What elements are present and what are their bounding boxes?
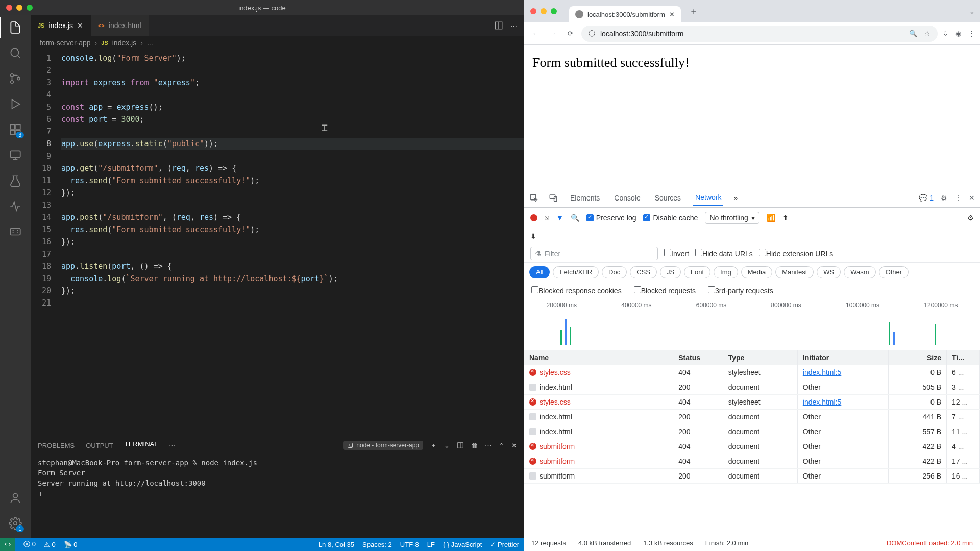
waterfall-overview[interactable]: 200000 ms400000 ms600000 ms800000 ms1000… <box>524 299 980 350</box>
zoom-icon[interactable]: 🔍 <box>909 30 917 37</box>
col-status[interactable]: Status <box>673 350 723 365</box>
filter-pill-other[interactable]: Other <box>879 266 909 278</box>
network-row[interactable]: submitform 200 document Other 256 B 16 .… <box>524 469 980 484</box>
language-mode[interactable]: { } JavaScript <box>443 541 482 548</box>
ports-icon[interactable] <box>8 224 22 239</box>
hide-data-urls-checkbox[interactable]: Hide data URLs <box>695 249 753 258</box>
panel-tab-problems[interactable]: PROBLEMS <box>38 442 75 449</box>
encoding[interactable]: UTF-8 <box>400 541 419 548</box>
filter-pill-img[interactable]: Img <box>714 266 738 278</box>
prettier-status[interactable]: ✓ Prettier <box>490 541 519 548</box>
panel-tab-terminal[interactable]: TERMINAL <box>125 440 158 450</box>
minimize-window-button[interactable] <box>16 5 22 11</box>
breadcrumb-file[interactable]: index.js <box>112 39 136 47</box>
testing-icon[interactable] <box>8 173 22 188</box>
cell-initiator[interactable]: Other <box>798 454 889 468</box>
clear-icon[interactable]: ⦸ <box>545 213 549 222</box>
filter-pill-all[interactable]: All <box>529 266 550 278</box>
inspect-icon[interactable] <box>529 193 538 203</box>
new-terminal-icon[interactable]: ＋ <box>430 441 437 450</box>
tabs-dropdown-icon[interactable]: ⌄ <box>964 8 980 15</box>
accounts-icon[interactable] <box>8 491 22 505</box>
new-tab-button[interactable]: ＋ <box>685 3 702 19</box>
bookmarks-icon[interactable] <box>8 199 22 213</box>
forward-button[interactable]: → <box>547 30 559 37</box>
more-tabs-icon[interactable]: » <box>733 194 738 202</box>
invert-checkbox[interactable]: Invert <box>664 249 689 258</box>
close-window-button[interactable] <box>530 8 536 14</box>
blocked-cookies-checkbox[interactable]: Blocked response cookies <box>531 286 622 295</box>
ports-count[interactable]: 📡 0 <box>64 541 78 548</box>
tab-index-js[interactable]: JS index.js ✕ <box>31 15 91 36</box>
explorer-icon[interactable] <box>8 20 22 35</box>
filter-pill-fetch/xhr[interactable]: Fetch/XHR <box>553 266 599 278</box>
network-conditions-icon[interactable]: 📶 <box>767 214 775 222</box>
search-icon[interactable]: 🔍 <box>571 214 579 222</box>
download-icon[interactable]: ⇩ <box>943 30 948 37</box>
disable-cache-checkbox[interactable]: Disable cache <box>643 214 698 222</box>
site-info-icon[interactable]: ⓘ <box>589 29 595 38</box>
settings-icon[interactable]: ⚙ <box>941 194 947 202</box>
col-type[interactable]: Type <box>723 350 798 365</box>
network-row[interactable]: index.html 200 document Other 441 B 7 ..… <box>524 410 980 424</box>
kill-terminal-icon[interactable]: 🗑 <box>471 442 478 449</box>
split-editor-icon[interactable] <box>494 21 503 30</box>
filter-pill-js[interactable]: JS <box>660 266 681 278</box>
device-toggle-icon[interactable] <box>549 193 558 203</box>
minimize-window-button[interactable] <box>541 8 547 14</box>
split-terminal-icon[interactable] <box>457 442 464 449</box>
eol[interactable]: LF <box>427 541 435 548</box>
table-header[interactable]: Name Status Type Initiator Size Ti... <box>524 350 980 365</box>
breadcrumb-root[interactable]: form-server-app <box>40 39 91 47</box>
cell-initiator[interactable]: Other <box>798 424 889 439</box>
tab-elements[interactable]: Elements <box>568 190 602 206</box>
close-tab-icon[interactable]: ✕ <box>669 11 675 18</box>
maximize-window-button[interactable] <box>27 5 33 11</box>
filter-pill-manifest[interactable]: Manifest <box>775 266 814 278</box>
import-har-icon[interactable]: ⬆ <box>782 214 789 222</box>
cell-initiator[interactable]: Other <box>798 410 889 424</box>
warnings-count[interactable]: ⚠ 0 <box>44 541 56 548</box>
close-panel-icon[interactable]: ✕ <box>511 442 517 449</box>
remote-explorer-icon[interactable] <box>8 148 22 162</box>
indentation[interactable]: Spaces: 2 <box>362 541 392 548</box>
filter-pill-font[interactable]: Font <box>684 266 710 278</box>
blocked-requests-checkbox[interactable]: Blocked requests <box>634 286 696 295</box>
network-row[interactable]: submitform 404 document Other 422 B 17 .… <box>524 454 980 469</box>
network-settings-icon[interactable]: ⚙ <box>967 214 974 222</box>
filter-pill-wasm[interactable]: Wasm <box>844 266 875 278</box>
filter-pill-ws[interactable]: WS <box>817 266 841 278</box>
network-row[interactable]: submitform 404 document Other 422 B 4 ..… <box>524 439 980 454</box>
more-terminal-icon[interactable]: ⋯ <box>485 442 492 449</box>
record-button[interactable] <box>530 214 537 221</box>
col-size[interactable]: Size <box>889 350 947 365</box>
source-control-icon[interactable] <box>8 71 22 86</box>
terminal-selector[interactable]: node - form-server-app <box>343 441 423 450</box>
code-editor[interactable]: 123456789101112131415161718192021 consol… <box>31 50 524 436</box>
close-devtools-icon[interactable]: ✕ <box>969 194 975 202</box>
network-row[interactable]: styles.css 404 stylesheet index.html:5 0… <box>524 395 980 410</box>
filter-toggle-icon[interactable]: ▼ <box>556 214 564 222</box>
terminal-output[interactable]: stephan@MacBook-Pro form-server-app % no… <box>31 455 524 538</box>
back-button[interactable]: ← <box>529 30 542 37</box>
col-name[interactable]: Name <box>524 350 673 365</box>
reload-button[interactable]: ⟳ <box>564 30 576 37</box>
dock-side-icon[interactable]: ⋮ <box>954 194 962 202</box>
code-content[interactable]: console.log("Form Server"); import expre… <box>61 50 524 436</box>
more-panel-icon[interactable]: ⋯ <box>169 442 176 449</box>
menu-icon[interactable]: ⋮ <box>968 30 975 37</box>
search-icon[interactable] <box>8 46 22 60</box>
issues-badge[interactable]: 💬 1 <box>919 194 934 202</box>
close-window-button[interactable] <box>6 5 12 11</box>
network-row[interactable]: styles.css 404 stylesheet index.html:5 0… <box>524 365 980 380</box>
profile-icon[interactable]: ◉ <box>955 30 961 37</box>
network-row[interactable]: index.html 200 document Other 505 B 3 ..… <box>524 380 980 395</box>
errors-count[interactable]: ⓧ 0 <box>23 540 36 549</box>
cell-initiator[interactable]: Other <box>798 380 889 394</box>
close-tab-icon[interactable]: ✕ <box>77 21 83 30</box>
hide-extension-urls-checkbox[interactable]: Hide extension URLs <box>759 249 834 258</box>
tab-network[interactable]: Network <box>693 189 723 206</box>
filter-pill-css[interactable]: CSS <box>630 266 657 278</box>
preserve-log-checkbox[interactable]: Preserve log <box>586 214 636 222</box>
tab-console[interactable]: Console <box>612 190 642 206</box>
